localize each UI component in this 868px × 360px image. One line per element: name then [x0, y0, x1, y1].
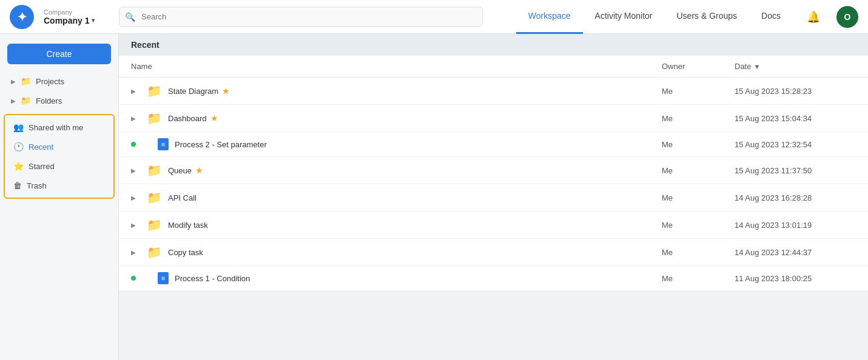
- col-header-owner: Owner: [662, 62, 735, 71]
- app-logo[interactable]: ✦: [10, 5, 34, 29]
- table-row[interactable]: ▶ 📁 Dashboard ★ Me 15 Aug 2023 15:04:34: [119, 105, 868, 132]
- row-owner: Me: [662, 248, 735, 257]
- table-row[interactable]: ▶ 📁 Modify task Me 14 Aug 2023 13:01:19: [119, 212, 868, 239]
- expand-arrow-icon: ▶: [131, 249, 141, 256]
- table-row[interactable]: ▶ 📁 State Diagram ★ Me 15 Aug 2023 15:28…: [119, 78, 868, 105]
- status-dot: [131, 276, 136, 281]
- row-name: ▶ 📁 Modify task: [131, 218, 662, 232]
- search-icon: 🔍: [125, 12, 135, 22]
- row-label: Copy task: [168, 248, 203, 257]
- process-icon: ≡: [158, 272, 169, 284]
- sidebar-item-starred[interactable]: ⭐ Starred: [6, 156, 112, 176]
- search-bar: 🔍: [119, 7, 483, 27]
- folder-icon: 📁: [147, 163, 162, 178]
- sort-arrow-icon: ▼: [753, 63, 760, 70]
- folder-icon: 📁: [147, 84, 162, 98]
- sidebar: Create ▶ 📁 Projects ▶ 📁 Folders 👥 Shared…: [0, 34, 119, 360]
- expand-arrow-icon: ▶: [131, 222, 141, 228]
- star-icon: ★: [210, 113, 218, 123]
- table-row[interactable]: ≡ Process 1 - Condition Me 11 Aug 2023 1…: [119, 266, 868, 291]
- folder-icon: 📁: [147, 190, 162, 205]
- nav-docs[interactable]: Docs: [749, 0, 793, 34]
- sidebar-item-projects[interactable]: ▶ 📁 Projects: [4, 72, 115, 91]
- avatar[interactable]: O: [836, 6, 858, 28]
- folder-icon: 📁: [147, 111, 162, 125]
- notifications-button[interactable]: 🔔: [802, 6, 824, 28]
- row-date: 15 Aug 2023 11:37:50: [735, 166, 856, 175]
- table-row[interactable]: ≡ Process 2 - Set parameter Me 15 Aug 20…: [119, 132, 868, 157]
- nav-workspace[interactable]: Workspace: [516, 0, 583, 34]
- row-label: State Diagram: [168, 87, 218, 96]
- folder-icon: 📁: [147, 218, 162, 232]
- row-name: ▶ 📁 Queue ★: [131, 163, 662, 178]
- sidebar-item-trash[interactable]: 🗑 Trash: [6, 176, 112, 195]
- main-nav: Workspace Activity Monitor Users & Group…: [516, 0, 793, 34]
- status-dot: [131, 142, 136, 147]
- company-name: Company 1 ▾: [44, 16, 104, 25]
- row-owner: Me: [662, 274, 735, 283]
- row-name: ▶ 📁 API Call: [131, 190, 662, 205]
- top-nav: ✦ Company Company 1 ▾ 🔍 Workspace Activi…: [0, 0, 868, 34]
- sidebar-item-shared-with-me[interactable]: 👥 Shared with me: [6, 118, 112, 137]
- company-label: Company: [44, 8, 104, 16]
- table-body: ▶ 📁 State Diagram ★ Me 15 Aug 2023 15:28…: [119, 78, 868, 291]
- row-date: 14 Aug 2023 12:44:37: [735, 248, 856, 257]
- table-row[interactable]: ▶ 📁 Queue ★ Me 15 Aug 2023 11:37:50: [119, 157, 868, 184]
- row-label: API Call: [168, 193, 197, 202]
- clock-icon: 🕐: [13, 142, 24, 152]
- search-input[interactable]: [119, 7, 483, 27]
- row-label: Process 1 - Condition: [175, 274, 250, 283]
- section-title: Recent: [131, 40, 160, 50]
- company-selector[interactable]: Company Company 1 ▾: [44, 8, 104, 25]
- star-icon: ⭐: [13, 161, 24, 171]
- expand-arrow-icon: ▶: [131, 115, 141, 122]
- nav-activity-monitor[interactable]: Activity Monitor: [583, 0, 665, 34]
- row-name: ≡ Process 2 - Set parameter: [131, 138, 662, 150]
- row-name: ▶ 📁 Copy task: [131, 245, 662, 259]
- col-header-date[interactable]: Date ▼: [735, 62, 856, 71]
- row-name: ▶ 📁 Dashboard ★: [131, 111, 662, 125]
- row-label: Modify task: [168, 221, 208, 230]
- expand-arrow-icon: ▶: [131, 195, 141, 201]
- row-date: 11 Aug 2023 18:00:25: [735, 274, 856, 283]
- trash-icon: 🗑: [13, 181, 22, 190]
- main-content: Recent Name Owner Date ▼ ▶ 📁 State Diagr…: [119, 34, 868, 360]
- expand-arrow-icon: ▶: [11, 78, 16, 85]
- chevron-down-icon: ▾: [92, 17, 95, 24]
- row-owner: Me: [662, 114, 735, 123]
- star-icon: ★: [195, 165, 203, 175]
- row-owner: Me: [662, 221, 735, 230]
- row-label: Process 2 - Set parameter: [175, 140, 267, 149]
- folder-icon: 📁: [21, 96, 31, 105]
- row-date: 14 Aug 2023 13:01:19: [735, 221, 856, 230]
- col-header-name: Name: [131, 62, 662, 71]
- shared-icon: 👥: [13, 122, 24, 132]
- logo-icon: ✦: [17, 10, 27, 24]
- row-date: 15 Aug 2023 15:28:23: [735, 87, 856, 96]
- table-row[interactable]: ▶ 📁 API Call Me 14 Aug 2023 16:28:28: [119, 184, 868, 212]
- row-owner: Me: [662, 166, 735, 175]
- row-date: 14 Aug 2023 16:28:28: [735, 193, 856, 202]
- section-header: Recent: [119, 34, 868, 56]
- row-name: ▶ 📁 State Diagram ★: [131, 84, 662, 98]
- expand-arrow-icon: ▶: [11, 98, 16, 104]
- sidebar-item-recent[interactable]: 🕐 Recent: [6, 137, 112, 156]
- row-label: Queue: [168, 166, 192, 175]
- expand-arrow-icon: ▶: [131, 88, 141, 95]
- nav-users-groups[interactable]: Users & Groups: [665, 0, 750, 34]
- row-date: 15 Aug 2023 12:32:54: [735, 140, 856, 149]
- folder-icon: 📁: [147, 245, 162, 259]
- sidebar-item-folders[interactable]: ▶ 📁 Folders: [4, 91, 115, 110]
- folder-group-icon: 📁: [21, 76, 31, 86]
- process-icon: ≡: [158, 138, 169, 150]
- create-button[interactable]: Create: [7, 44, 111, 64]
- expand-arrow-icon: ▶: [131, 167, 141, 174]
- row-date: 15 Aug 2023 15:04:34: [735, 114, 856, 123]
- row-owner: Me: [662, 193, 735, 202]
- app-layout: Create ▶ 📁 Projects ▶ 📁 Folders 👥 Shared…: [0, 34, 868, 360]
- star-icon: ★: [222, 86, 230, 96]
- sidebar-boxed-section: 👥 Shared with me 🕐 Recent ⭐ Starred 🗑 Tr…: [4, 114, 115, 199]
- table-row[interactable]: ▶ 📁 Copy task Me 14 Aug 2023 12:44:37: [119, 239, 868, 266]
- row-owner: Me: [662, 87, 735, 96]
- row-label: Dashboard: [168, 114, 207, 123]
